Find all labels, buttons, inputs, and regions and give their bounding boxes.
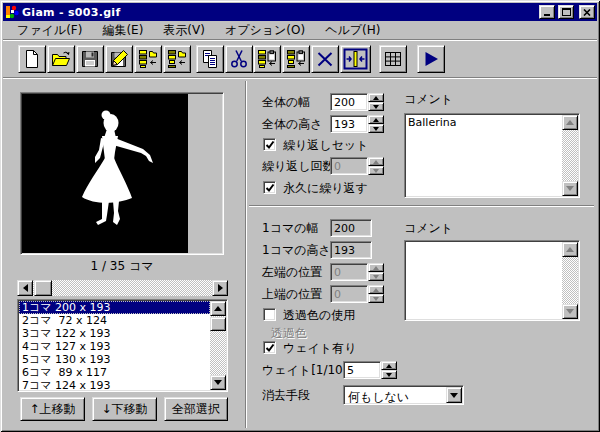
toolbar-button-center[interactable] bbox=[340, 45, 371, 73]
toolbar-button-save[interactable] bbox=[76, 45, 104, 73]
toolbar-button-cut[interactable] bbox=[225, 45, 253, 73]
window-title: Giam - s003.gif bbox=[22, 6, 536, 19]
delete-x-icon bbox=[315, 49, 335, 69]
menu-item-edit[interactable]: 編集(E) bbox=[92, 20, 153, 41]
frame-comment-text[interactable] bbox=[408, 243, 560, 318]
toolbar-button-add-frames[interactable] bbox=[163, 45, 191, 73]
frame-list-item[interactable]: 3コマ 122 x 193 bbox=[19, 327, 210, 340]
frame-left-label: 左端の位置 bbox=[262, 266, 322, 279]
frame-top-label: 上端の位置 bbox=[262, 288, 322, 301]
scroll-left-button[interactable] bbox=[17, 280, 33, 296]
toolbar-button-paste-before[interactable] bbox=[253, 45, 281, 73]
scroll-down-button[interactable] bbox=[562, 181, 578, 196]
total-height-field[interactable]: 193 bbox=[330, 115, 368, 133]
frames-import-icon bbox=[138, 49, 158, 69]
disposal-dropdown-button[interactable] bbox=[446, 387, 462, 403]
total-width-field[interactable]: 200 bbox=[330, 93, 368, 111]
minimize-button[interactable] bbox=[539, 5, 555, 19]
menu-item-view[interactable]: 表示(V) bbox=[153, 20, 215, 41]
toolbar-button-save-as[interactable] bbox=[105, 45, 133, 73]
disposal-select[interactable]: 何もしない bbox=[343, 385, 464, 405]
total-width-spinner bbox=[368, 93, 384, 111]
spin-up-button[interactable] bbox=[368, 93, 384, 102]
frame-list-item[interactable]: 6コマ 89 x 117 bbox=[19, 366, 210, 379]
select-all-button[interactable]: 全部選択 bbox=[164, 397, 228, 421]
scroll-down-button[interactable] bbox=[562, 304, 578, 319]
down-arrow-icon bbox=[566, 186, 574, 191]
spin-up-button bbox=[368, 157, 384, 166]
frames-import-alt-icon bbox=[167, 49, 187, 69]
app-window: Giam - s003.gif ファイル(F) 編集(E) 表示(V) オプショ… bbox=[0, 0, 600, 432]
frame-list-item[interactable]: 1コマ 200 x 193 bbox=[19, 301, 210, 314]
toolbar-button-open[interactable] bbox=[47, 45, 75, 73]
spin-up-button[interactable] bbox=[368, 115, 384, 124]
frame-scrollbar[interactable] bbox=[17, 280, 228, 296]
panel-divider-vertical bbox=[245, 81, 247, 428]
menu-item-help[interactable]: ヘルプ(H) bbox=[315, 20, 390, 41]
frame-list-item[interactable]: 5コマ 130 x 193 bbox=[19, 353, 210, 366]
disposal-value: 何もしない bbox=[348, 389, 409, 406]
global-comment-text[interactable]: Ballerina bbox=[408, 116, 560, 195]
frame-list-item[interactable]: 7コマ 124 x 193 bbox=[19, 379, 210, 390]
move-up-button[interactable]: ↑上移動 bbox=[20, 397, 85, 421]
toolbar-button-tile[interactable] bbox=[379, 45, 407, 73]
frame-left-field: 0 bbox=[330, 263, 368, 281]
repeat-forever-checkbox[interactable] bbox=[263, 181, 276, 194]
toolbar-button-new[interactable] bbox=[18, 45, 46, 73]
repeat-set-checkbox[interactable] bbox=[263, 138, 276, 151]
wait-time-spinner bbox=[381, 361, 397, 379]
spin-down-button[interactable] bbox=[368, 124, 384, 133]
scroll-right-button[interactable] bbox=[212, 280, 228, 296]
toolbar-button-delete[interactable] bbox=[311, 45, 339, 73]
frame-comment-scrollbar[interactable] bbox=[562, 242, 578, 319]
maximize-button[interactable] bbox=[558, 5, 574, 19]
scroll-up-button[interactable] bbox=[562, 115, 578, 130]
frame-height-label: 1コマの高さ bbox=[262, 244, 331, 257]
frame-comment-box[interactable] bbox=[404, 240, 580, 321]
spin-up-button[interactable] bbox=[381, 361, 397, 370]
toolbar-button-copy[interactable] bbox=[196, 45, 224, 73]
global-comment-scrollbar[interactable] bbox=[562, 115, 578, 196]
spin-up-icon bbox=[373, 118, 379, 122]
spin-down-icon bbox=[373, 169, 379, 173]
spin-down-icon bbox=[373, 127, 379, 131]
menu-item-options[interactable]: オプション(O) bbox=[215, 20, 315, 41]
checkmark-icon bbox=[265, 343, 275, 353]
scroll-up-button[interactable] bbox=[210, 301, 226, 316]
close-button[interactable] bbox=[579, 5, 595, 19]
frame-list-scrollbar[interactable] bbox=[210, 301, 226, 390]
frame-scrollbar-thumb[interactable] bbox=[34, 280, 52, 296]
scroll-down-button[interactable] bbox=[210, 375, 226, 390]
move-down-button[interactable]: ↓下移動 bbox=[92, 397, 157, 421]
wait-on-checkbox[interactable] bbox=[263, 341, 276, 354]
spin-down-icon bbox=[373, 275, 379, 279]
toolbar-button-play[interactable] bbox=[417, 45, 445, 73]
wait-time-field[interactable]: 5 bbox=[343, 361, 381, 379]
left-arrow-icon bbox=[23, 284, 28, 292]
preview-panel bbox=[20, 92, 224, 255]
frame-comment-label: コメント bbox=[404, 222, 453, 235]
frame-height-field: 193 bbox=[330, 241, 372, 259]
frame-list-item[interactable]: 2コマ 72 x 124 bbox=[19, 314, 210, 327]
repeat-count-label: 繰り返し回数 bbox=[262, 160, 335, 173]
up-arrow-icon bbox=[566, 120, 574, 125]
grid-icon bbox=[383, 49, 403, 69]
use-transparency-checkbox[interactable] bbox=[263, 308, 276, 321]
frame-counter: 1 / 35 コマ bbox=[20, 258, 224, 275]
menu-item-file[interactable]: ファイル(F) bbox=[7, 20, 92, 41]
frame-left-spinner bbox=[368, 263, 384, 281]
frame-list-item[interactable]: 4コマ 127 x 193 bbox=[19, 340, 210, 353]
spin-down-button[interactable] bbox=[381, 370, 397, 379]
toolbar-button-insert-frames[interactable] bbox=[134, 45, 162, 73]
spin-up-icon bbox=[373, 288, 379, 292]
spin-down-button[interactable] bbox=[368, 102, 384, 111]
global-comment-box[interactable]: Ballerina bbox=[404, 113, 580, 198]
disposal-label: 消去手段 bbox=[262, 389, 310, 402]
frame-width-label: 1コマの幅 bbox=[262, 222, 318, 235]
right-arrow-icon bbox=[218, 284, 223, 292]
toolbar-button-paste-after[interactable] bbox=[282, 45, 310, 73]
frame-list-scrollbar-thumb[interactable] bbox=[210, 317, 226, 331]
spin-down-button bbox=[368, 166, 384, 175]
scroll-up-button[interactable] bbox=[562, 242, 578, 257]
maximize-icon bbox=[562, 8, 571, 16]
